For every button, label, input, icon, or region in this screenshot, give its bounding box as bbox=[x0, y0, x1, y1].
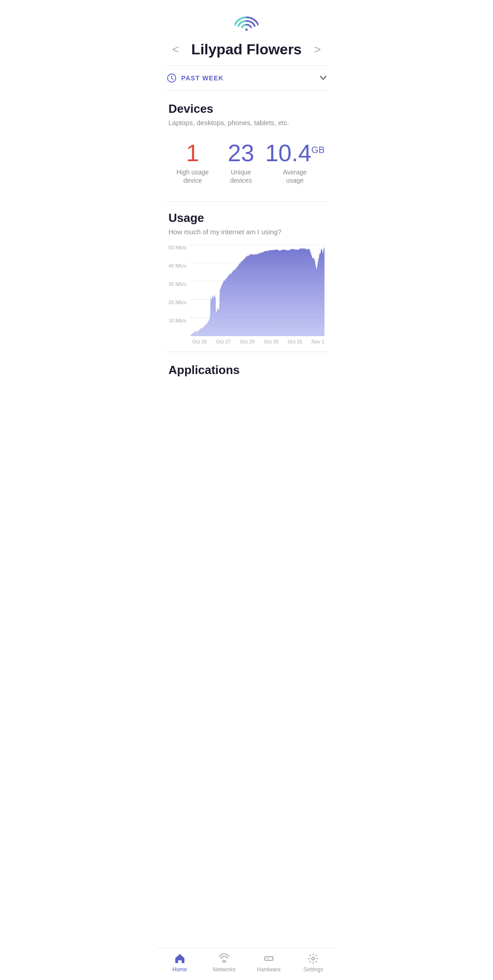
svg-marker-2 bbox=[190, 247, 325, 336]
chevron-down-icon bbox=[320, 76, 326, 80]
applications-title: Applications bbox=[168, 363, 325, 377]
stat-average-usage: 10.4GB Averageusage bbox=[265, 140, 325, 185]
x-label-oct27: Oct 27 bbox=[216, 339, 231, 344]
y-label-40: 40 Mb/s bbox=[168, 263, 186, 269]
time-filter-left: PAST WEEK bbox=[167, 73, 224, 83]
devices-title: Devices bbox=[168, 102, 325, 116]
clock-icon bbox=[167, 73, 177, 83]
stat-average-usage-label: Averageusage bbox=[283, 168, 307, 184]
svg-point-0 bbox=[246, 29, 248, 31]
usage-section: Usage How much of my internet am I using… bbox=[157, 202, 336, 352]
chart-area: 50 Mb/s 40 Mb/s 30 Mb/s 20 Mb/s 10 Mb/s bbox=[168, 245, 325, 336]
stat-high-usage-value: 1 bbox=[186, 140, 199, 166]
usage-subtitle: How much of my internet am I using? bbox=[168, 228, 325, 236]
stat-high-usage: 1 High usagedevice bbox=[168, 140, 217, 185]
stats-row: 1 High usagedevice 23 Uniquedevices 10.4… bbox=[168, 136, 325, 194]
time-filter[interactable]: PAST WEEK bbox=[157, 66, 336, 90]
stat-average-usage-value: 10.4GB bbox=[265, 140, 325, 166]
x-label-oct26: Oct 26 bbox=[192, 339, 207, 344]
devices-subtitle: Laptops, desktops, phones, tablets, etc. bbox=[168, 119, 325, 126]
applications-section: Applications bbox=[157, 352, 336, 426]
nav-row: < Lilypad Flowers > bbox=[157, 36, 336, 65]
usage-title: Usage bbox=[168, 211, 325, 225]
chart-container: 50 Mb/s 40 Mb/s 30 Mb/s 20 Mb/s 10 Mb/s bbox=[168, 245, 325, 344]
devices-section: Devices Laptops, desktops, phones, table… bbox=[157, 91, 336, 201]
time-filter-label: PAST WEEK bbox=[181, 74, 224, 82]
y-label-30: 30 Mb/s bbox=[168, 281, 186, 287]
x-label-oct29: Oct 29 bbox=[240, 339, 255, 344]
y-label-50: 50 Mb/s bbox=[168, 245, 186, 250]
x-label-oct30: Oct 30 bbox=[264, 339, 278, 344]
wifi-icon bbox=[235, 13, 258, 31]
y-axis: 50 Mb/s 40 Mb/s 30 Mb/s 20 Mb/s 10 Mb/s bbox=[168, 245, 190, 336]
chart-svg bbox=[190, 245, 325, 336]
prev-button[interactable]: < bbox=[168, 42, 183, 57]
stat-high-usage-label: High usagedevice bbox=[177, 168, 209, 184]
y-label-20: 20 Mb/s bbox=[168, 300, 186, 305]
stat-unique-devices-label: Uniquedevices bbox=[230, 168, 252, 184]
wifi-header bbox=[157, 0, 336, 36]
stat-unique-devices-value: 23 bbox=[228, 140, 254, 166]
x-label-nov1: Nov 1 bbox=[311, 339, 325, 344]
x-axis: Oct 26 Oct 27 Oct 29 Oct 30 Oct 31 Nov 1 bbox=[192, 339, 325, 344]
page-title: Lilypad Flowers bbox=[191, 41, 302, 58]
chart-plot bbox=[190, 245, 325, 336]
y-label-10: 10 Mb/s bbox=[168, 318, 186, 323]
x-label-oct31: Oct 31 bbox=[288, 339, 302, 344]
next-button[interactable]: > bbox=[310, 42, 325, 57]
stat-unique-devices: 23 Uniquedevices bbox=[217, 140, 265, 185]
